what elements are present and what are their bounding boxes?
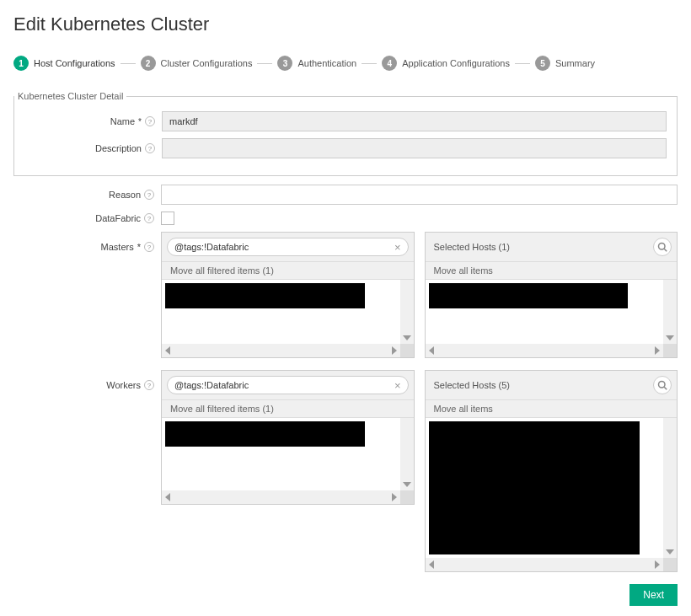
vertical-scrollbar[interactable] — [400, 280, 414, 344]
scroll-down-icon — [666, 549, 674, 554]
list-item[interactable] — [429, 283, 629, 308]
step-host-configurations[interactable]: 1 Host Configurations — [13, 56, 115, 71]
name-label: Name — [110, 116, 135, 126]
workers-move-all-selected[interactable]: Move all items — [426, 399, 678, 418]
step-number: 2 — [141, 56, 156, 71]
fieldset-legend: Kubernetes Cluster Detail — [14, 91, 126, 101]
workers-available-panel: @tags:!Datafabric × Move all filtered it… — [161, 370, 415, 505]
search-icon[interactable] — [653, 376, 672, 394]
step-separator — [515, 63, 530, 64]
step-label: Authentication — [297, 58, 356, 68]
scroll-left-icon — [429, 560, 434, 569]
datafabric-checkbox[interactable] — [161, 212, 174, 225]
row-workers: Workers ? @tags:!Datafabric × Move all f… — [13, 370, 678, 572]
step-number: 4 — [382, 56, 397, 71]
step-number: 5 — [535, 56, 550, 71]
scroll-right-icon — [655, 346, 660, 355]
scroll-left-icon — [165, 346, 170, 355]
help-icon[interactable]: ? — [144, 213, 154, 223]
step-authentication[interactable]: 3 Authentication — [277, 56, 356, 71]
horizontal-scrollbar[interactable] — [426, 558, 664, 571]
footer: Next — [13, 584, 678, 606]
scroll-right-icon — [655, 560, 660, 569]
vertical-scrollbar[interactable] — [663, 280, 677, 344]
search-icon[interactable] — [653, 238, 672, 256]
row-reason: Reason ? — [13, 185, 678, 205]
masters-available-panel: @tags:!Datafabric × Move all filtered it… — [161, 232, 415, 358]
wizard-stepper: 1 Host Configurations 2 Cluster Configur… — [13, 56, 678, 71]
vertical-scrollbar[interactable] — [400, 418, 414, 490]
help-icon[interactable]: ? — [145, 143, 155, 153]
required-mark: * — [137, 242, 141, 252]
workers-selected-list[interactable] — [426, 418, 664, 558]
svg-point-0 — [659, 244, 666, 250]
step-separator — [257, 63, 272, 64]
clear-filter-icon[interactable]: × — [394, 379, 401, 392]
svg-point-2 — [659, 382, 666, 388]
help-icon[interactable]: ? — [144, 242, 154, 252]
scroll-right-icon — [392, 346, 397, 355]
horizontal-scrollbar[interactable] — [162, 490, 400, 504]
workers-label: Workers — [106, 380, 141, 390]
filter-tag-text: @tags:!Datafabric — [174, 242, 249, 252]
help-icon[interactable]: ? — [145, 116, 155, 126]
masters-selected-header: Selected Hosts (1) — [431, 242, 651, 252]
scroll-left-icon — [429, 346, 434, 355]
step-label: Summary — [555, 58, 595, 68]
scroll-corner — [663, 558, 677, 571]
step-cluster-configurations[interactable]: 2 Cluster Configurations — [141, 56, 253, 71]
step-label: Cluster Configurations — [161, 58, 253, 68]
masters-selected-list[interactable] — [426, 280, 664, 344]
scroll-corner — [400, 490, 414, 504]
step-number: 3 — [277, 56, 292, 71]
step-summary[interactable]: 5 Summary — [535, 56, 595, 71]
reason-input[interactable] — [161, 185, 678, 205]
step-label: Host Configurations — [34, 58, 115, 68]
scroll-down-icon — [403, 482, 411, 487]
workers-filter-input[interactable]: @tags:!Datafabric × — [167, 376, 409, 394]
scroll-corner — [400, 344, 414, 357]
scroll-left-icon — [165, 493, 170, 501]
clear-filter-icon[interactable]: × — [394, 241, 401, 254]
step-number: 1 — [13, 56, 29, 71]
required-mark: * — [138, 117, 142, 126]
masters-selected-panel: Selected Hosts (1) Move all items — [425, 232, 678, 358]
list-item[interactable] — [165, 283, 365, 308]
name-input[interactable] — [162, 111, 667, 131]
page-title: Edit Kubernetes Cluster — [13, 13, 678, 35]
masters-available-list[interactable] — [162, 280, 400, 344]
svg-line-1 — [664, 249, 667, 251]
description-label: Description — [95, 143, 142, 153]
svg-line-3 — [664, 387, 667, 389]
horizontal-scrollbar[interactable] — [426, 344, 664, 357]
horizontal-scrollbar[interactable] — [162, 344, 400, 357]
workers-selected-header: Selected Hosts (5) — [431, 380, 651, 390]
row-description: Description ? — [14, 138, 667, 158]
cluster-detail-fieldset: Kubernetes Cluster Detail Name* ? Descri… — [13, 91, 678, 176]
workers-available-list[interactable] — [162, 418, 400, 490]
help-icon[interactable]: ? — [144, 190, 154, 200]
workers-move-all-available[interactable]: Move all filtered items (1) — [162, 399, 414, 418]
masters-move-all-available[interactable]: Move all filtered items (1) — [162, 261, 414, 280]
help-icon[interactable]: ? — [144, 380, 154, 390]
list-item[interactable] — [429, 421, 640, 554]
list-item[interactable] — [165, 421, 365, 447]
step-separator — [121, 63, 136, 64]
step-application-configurations[interactable]: 4 Application Configurations — [382, 56, 510, 71]
description-input[interactable] — [162, 138, 667, 158]
workers-selected-panel: Selected Hosts (5) Move all items — [425, 370, 678, 572]
scroll-down-icon — [666, 335, 674, 340]
filter-tag-text: @tags:!Datafabric — [174, 380, 249, 390]
step-separator — [362, 63, 377, 64]
vertical-scrollbar[interactable] — [663, 418, 677, 558]
next-button[interactable]: Next — [629, 584, 678, 606]
reason-label: Reason — [109, 190, 141, 200]
datafabric-label: DataFabric — [95, 213, 141, 223]
scroll-right-icon — [392, 493, 397, 501]
scroll-down-icon — [403, 335, 411, 340]
masters-filter-input[interactable]: @tags:!Datafabric × — [167, 238, 409, 256]
step-label: Application Configurations — [402, 58, 510, 68]
row-name: Name* ? — [14, 111, 667, 131]
masters-move-all-selected[interactable]: Move all items — [426, 261, 678, 280]
masters-label: Masters — [101, 242, 134, 252]
